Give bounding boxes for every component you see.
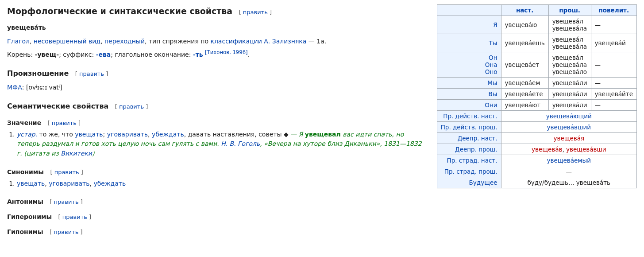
link-ustar[interactable]: устар.	[17, 131, 37, 138]
table-row: Мы увещева́ем увещева́ли —	[437, 78, 636, 89]
link-zaliznyak[interactable]: классификации А. Зализняка	[210, 38, 306, 45]
conjugation-table-wrap: наст. прош. повелит. Я увещева́ю увещева…	[437, 4, 637, 188]
pronoun-link[interactable]: Я	[493, 21, 497, 28]
table-row: Пр. страд. прош. —	[437, 166, 636, 177]
pronoun-link[interactable]: Оно	[485, 68, 497, 75]
pronoun-link[interactable]: Она	[485, 61, 497, 68]
edit-link[interactable]: править	[54, 169, 79, 175]
th-imperative[interactable]: повелит.	[591, 5, 636, 16]
meaning-item: устар. то же, что увещать; уговаривать, …	[17, 130, 426, 159]
link-aspect[interactable]: несовершенный вид	[34, 38, 100, 45]
edit-link[interactable]: править	[54, 229, 78, 235]
ref-tikhonov[interactable]: [Тихонов, 1996]	[205, 49, 248, 55]
form-link[interactable]: увещева́вший	[547, 124, 591, 131]
form-label-link[interactable]: Пр. действ. наст.	[443, 113, 497, 120]
edit-section-morph: [ править ]	[239, 9, 272, 16]
edit-link[interactable]: править	[54, 199, 79, 205]
form-label-link[interactable]: Пр. страд. наст.	[447, 157, 497, 164]
link-syn1[interactable]: увещать	[75, 131, 103, 138]
th-present[interactable]: наст.	[501, 5, 548, 16]
pronoun-link[interactable]: Он	[489, 54, 497, 61]
edit-link[interactable]: править	[119, 103, 144, 110]
table-row: Пр. действ. наст. увещева́ющий	[437, 111, 636, 122]
headword: увещева́ть	[7, 23, 426, 32]
form-label-link[interactable]: Деепр. прош.	[455, 146, 497, 153]
link-syn2[interactable]: уговаривать	[107, 131, 148, 138]
heading-synonyms: Синонимы	[7, 168, 44, 175]
table-row: Ты увещева́ешь увещева́лувещева́ла увеще…	[437, 34, 636, 52]
edit-section-ant: [ править ]	[50, 199, 83, 205]
ipa-line: МФА: [ʊvʲɪɕːɪˈvatʲ]	[7, 83, 426, 92]
link-syn3[interactable]: убеждать	[152, 131, 184, 138]
form-label-link[interactable]: Деепр. наст.	[458, 135, 497, 142]
edit-link[interactable]: править	[62, 214, 87, 220]
pos-line: Глагол, несовершенный вид, переходный, т…	[7, 37, 426, 46]
heading-semantics: Семантические свойства	[7, 102, 108, 110]
table-row: Вы увещева́ете увещева́ли увещева́йте	[437, 89, 636, 100]
table-row: Я увещева́ю увещева́лувещева́ла —	[437, 16, 636, 34]
conjugation-table: наст. прош. повелит. Я увещева́ю увещева…	[437, 4, 637, 188]
heading-morphology: Морфологические и синтаксические свойств…	[7, 6, 232, 16]
heading-meaning: Значение	[7, 119, 41, 126]
link-verb[interactable]: Глагол	[7, 38, 30, 45]
link-author[interactable]: Н. В. Гоголь	[221, 140, 260, 147]
edit-section-hyper: [ править ]	[58, 214, 92, 220]
meanings-list: устар. то же, что увещать; уговаривать, …	[17, 130, 426, 159]
pronoun-link[interactable]: Вы	[489, 90, 497, 97]
link-wikiteka[interactable]: Викитеки	[61, 150, 92, 157]
edit-section-syn: [ править ]	[50, 169, 83, 175]
table-row: Будущее буду/будешь… увещева́ть	[437, 177, 636, 188]
edit-link[interactable]: править	[243, 9, 268, 16]
form-label-link[interactable]: Пр. действ. прош.	[441, 124, 497, 131]
heading-hypernyms: Гиперонимы	[7, 213, 52, 220]
link-transitivity[interactable]: переходный	[104, 38, 145, 45]
heading-pronunciation: Произношение	[7, 69, 69, 78]
syn-link[interactable]: убеждать	[93, 180, 126, 187]
edit-section-meaning: [ править ]	[48, 120, 81, 126]
form-link[interactable]: увещева́ющий	[546, 113, 592, 120]
list-item: увещать, уговаривать, убеждать	[17, 179, 426, 189]
main-content: Морфологические и синтаксические свойств…	[7, 4, 426, 237]
edit-section-sem: [ править ]	[115, 103, 148, 110]
table-row: Он Она Оно увещева́ет увещева́лувещева́л…	[437, 52, 636, 78]
suffix-link[interactable]: -ева	[96, 51, 111, 58]
table-row: Деепр. прош. увещева́в, увещева́вши	[437, 144, 636, 155]
form-label-link[interactable]: Пр. страд. прош.	[444, 168, 497, 175]
table-row: Пр. действ. прош. увещева́вший	[437, 122, 636, 133]
th-past[interactable]: прош.	[548, 5, 591, 16]
ending-link[interactable]: -ть	[193, 51, 203, 58]
link-mfa[interactable]: МФА	[7, 84, 22, 91]
pronoun-link[interactable]: Мы	[487, 79, 497, 86]
form-label-link[interactable]: Будущее	[469, 179, 497, 186]
pronoun-link[interactable]: Они	[485, 101, 497, 109]
th-blank	[437, 5, 501, 16]
syn-link[interactable]: уговаривать	[49, 180, 89, 187]
edit-link[interactable]: править	[79, 70, 104, 77]
form-link[interactable]: увещева́емый	[547, 157, 591, 164]
heading-hyponyms: Гипонимы	[7, 228, 43, 235]
syn-link[interactable]: увещать	[17, 180, 45, 187]
table-row: Они увещева́ют увещева́ли —	[437, 100, 636, 111]
pronoun-link[interactable]: Ты	[489, 39, 497, 47]
edit-section-pron: [ править ]	[75, 70, 108, 77]
table-row: Деепр. наст. увещева́я	[437, 133, 636, 144]
edit-section-hypo: [ править ]	[50, 229, 83, 235]
table-row: Пр. страд. наст. увещева́емый	[437, 155, 636, 166]
heading-antonyms: Антонимы	[7, 198, 43, 205]
synonyms-list: увещать, уговаривать, убеждать	[17, 179, 426, 189]
edit-link[interactable]: править	[52, 120, 77, 126]
morpheme-line: Корень: -увещ-; суффикс: -ева; глагольно…	[7, 49, 426, 59]
